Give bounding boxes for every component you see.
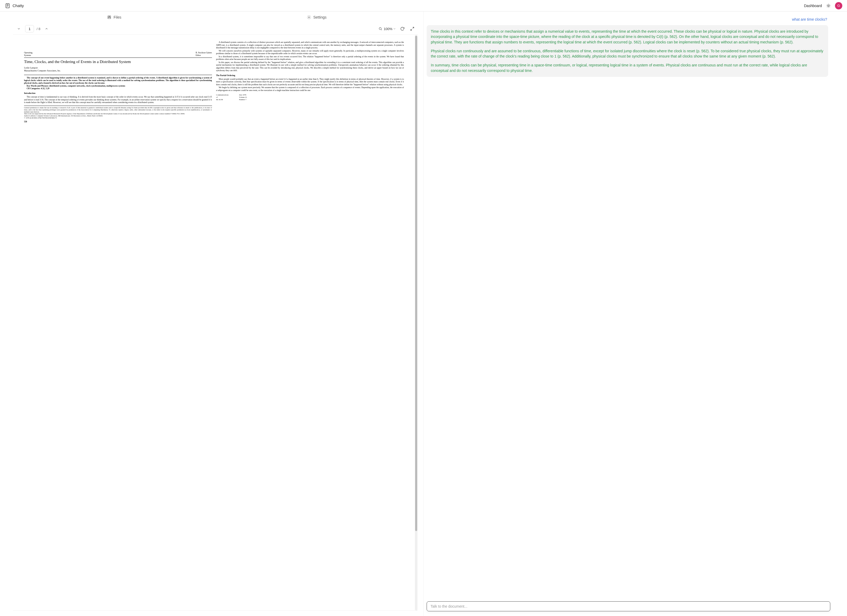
- rotate-button[interactable]: [399, 25, 406, 32]
- scrollbar-thumb[interactable]: [415, 36, 417, 531]
- svg-line-7: [381, 30, 382, 30]
- doc-col-2: A distributed system consists of a colle…: [216, 41, 404, 604]
- page-controls: / 8: [15, 25, 50, 32]
- tab-files[interactable]: Files: [13, 13, 216, 22]
- svg-point-6: [379, 27, 381, 30]
- paper-abstract: The concept of one event happening befor…: [24, 77, 212, 85]
- theme-toggle-icon[interactable]: [826, 3, 831, 9]
- main: Files Settings / 8: [0, 12, 847, 616]
- chevron-down-icon: [393, 27, 396, 30]
- doc-footer: Communicationsofthe ACM July 1978Volume …: [216, 94, 404, 101]
- svg-rect-4: [108, 18, 111, 19]
- svg-point-1: [828, 5, 829, 6]
- tabs: Files Settings: [13, 12, 418, 23]
- doc-running-header: OperatingSystems R. Stockton GainesEdito…: [24, 52, 212, 57]
- svg-rect-0: [6, 3, 9, 8]
- chat-input-bar: [426, 601, 830, 611]
- assistant-paragraph: Time clocks in this context refer to dev…: [431, 29, 824, 45]
- svg-point-5: [308, 17, 310, 18]
- paper-keywords: Key Words and Phrases: distributed syste…: [24, 85, 212, 87]
- topbar: Chatty Dashboard G: [0, 0, 847, 12]
- avatar[interactable]: G: [835, 2, 842, 9]
- tab-settings[interactable]: Settings: [216, 13, 418, 22]
- paper-affiliation: Massachusetts Computer Associates, Inc.: [24, 69, 212, 72]
- app-logo-icon: [5, 3, 10, 9]
- footnote: General permission to make fair use in t…: [24, 106, 212, 119]
- prev-page-button[interactable]: [15, 25, 22, 32]
- assistant-paragraph: Physical clocks run continuously and are…: [431, 48, 824, 59]
- section-partial-ordering: The Partial Ordering: [216, 74, 404, 77]
- page-number: 558: [24, 121, 212, 123]
- files-icon: [107, 15, 111, 19]
- next-page-button[interactable]: [43, 25, 50, 32]
- svg-rect-3: [109, 16, 111, 17]
- scrollbar[interactable]: [415, 35, 418, 610]
- tab-files-label: Files: [114, 15, 121, 19]
- paper-title: Time, Clocks, and the Ordering of Events…: [24, 59, 212, 64]
- topbar-right: Dashboard G: [804, 2, 843, 9]
- document-page: OperatingSystems R. Stockton GainesEdito…: [13, 35, 415, 610]
- intro-paragraph: The concept of time is fundamental to ou…: [24, 96, 212, 104]
- fullscreen-button[interactable]: [409, 25, 416, 32]
- paper-author: Leslie Lamport: [24, 66, 212, 69]
- left-panel: Files Settings / 8: [0, 12, 424, 616]
- zoom-value: 100%: [384, 27, 393, 31]
- section-intro: Introduction: [24, 92, 212, 95]
- svg-rect-2: [108, 16, 109, 17]
- user-message: what are time clocks?: [426, 17, 828, 21]
- assistant-paragraph: In summary, time clocks can be physical,…: [431, 62, 824, 73]
- assistant-message: Time clocks in this context refer to dev…: [426, 25, 828, 77]
- view-controls: 100%: [379, 25, 416, 32]
- pdf-toolbar: / 8 100%: [13, 23, 418, 34]
- chat-input[interactable]: [431, 604, 826, 609]
- dashboard-link[interactable]: Dashboard: [804, 4, 822, 8]
- document-viewport[interactable]: OperatingSystems R. Stockton GainesEdito…: [13, 34, 418, 611]
- chat-area: what are time clocks? Time clocks in thi…: [426, 16, 830, 597]
- zoom-search-icon[interactable]: 100%: [379, 25, 396, 32]
- svg-line-9: [411, 29, 412, 30]
- gear-icon: [307, 15, 311, 19]
- tab-settings-label: Settings: [313, 15, 326, 19]
- paper-cr: CR Categories: 4.32, 5.29: [24, 87, 212, 90]
- brand-name: Chatty: [13, 3, 24, 8]
- doc-col-1: OperatingSystems R. Stockton GainesEdito…: [24, 41, 212, 604]
- right-panel: what are time clocks? Time clocks in thi…: [424, 12, 847, 616]
- topbar-left: Chatty: [5, 3, 24, 9]
- page-total: / 8: [37, 27, 40, 31]
- page-number-input[interactable]: [25, 25, 34, 32]
- svg-line-8: [413, 27, 414, 28]
